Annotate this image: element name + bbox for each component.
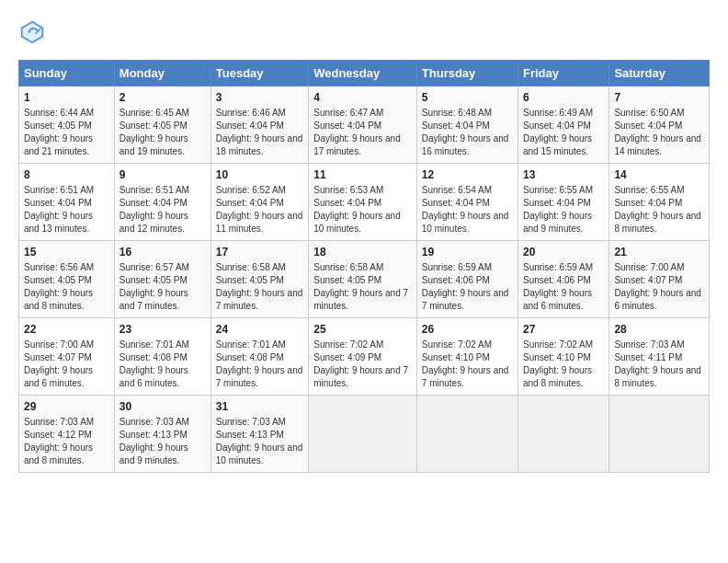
day-number: 5 (422, 91, 513, 104)
calendar-day-cell: 4 Sunrise: 6:47 AM Sunset: 4:04 PM Dayli… (309, 86, 417, 164)
day-number: 25 (313, 323, 412, 336)
calendar-day-cell: 3 Sunrise: 6:46 AM Sunset: 4:04 PM Dayli… (210, 86, 308, 164)
day-number: 13 (523, 168, 604, 181)
day-number: 18 (313, 246, 412, 259)
day-info: Sunrise: 6:51 AM Sunset: 4:04 PM Dayligh… (119, 184, 206, 236)
weekday-header: Monday (114, 61, 210, 86)
calendar-day-cell: 26 Sunrise: 7:02 AM Sunset: 4:10 PM Dayl… (416, 318, 518, 396)
day-number: 6 (523, 91, 604, 104)
day-info: Sunrise: 6:55 AM Sunset: 4:04 PM Dayligh… (523, 184, 604, 236)
day-info: Sunrise: 6:56 AM Sunset: 4:05 PM Dayligh… (24, 261, 109, 313)
calendar-day-cell: 15 Sunrise: 6:56 AM Sunset: 4:05 PM Dayl… (19, 241, 115, 318)
calendar-day-cell: 6 Sunrise: 6:49 AM Sunset: 4:04 PM Dayli… (518, 86, 609, 164)
calendar-week-row: 15 Sunrise: 6:56 AM Sunset: 4:05 PM Dayl… (19, 241, 710, 318)
calendar-day-cell (309, 396, 417, 473)
day-info: Sunrise: 6:55 AM Sunset: 4:04 PM Dayligh… (614, 184, 704, 236)
day-number: 28 (614, 323, 704, 336)
day-info: Sunrise: 6:50 AM Sunset: 4:04 PM Dayligh… (614, 107, 704, 158)
weekday-header: Tuesday (210, 61, 308, 86)
day-number: 30 (119, 400, 206, 413)
calendar-day-cell: 23 Sunrise: 7:01 AM Sunset: 4:08 PM Dayl… (114, 318, 210, 396)
calendar-day-cell: 13 Sunrise: 6:55 AM Sunset: 4:04 PM Dayl… (518, 164, 609, 241)
day-info: Sunrise: 7:00 AM Sunset: 4:07 PM Dayligh… (24, 339, 109, 390)
day-number: 31 (216, 400, 303, 413)
day-number: 9 (119, 168, 206, 181)
calendar-week-row: 22 Sunrise: 7:00 AM Sunset: 4:07 PM Dayl… (19, 318, 710, 396)
calendar-day-cell: 29 Sunrise: 7:03 AM Sunset: 4:12 PM Dayl… (19, 396, 115, 473)
day-number: 16 (119, 246, 206, 259)
calendar-day-cell: 1 Sunrise: 6:44 AM Sunset: 4:05 PM Dayli… (19, 86, 115, 164)
day-number: 8 (24, 168, 109, 181)
weekday-header: Friday (518, 61, 609, 86)
calendar-day-cell: 21 Sunrise: 7:00 AM Sunset: 4:07 PM Dayl… (609, 241, 710, 318)
calendar-table: SundayMondayTuesdayWednesdayThursdayFrid… (18, 60, 710, 473)
calendar-week-row: 8 Sunrise: 6:51 AM Sunset: 4:04 PM Dayli… (19, 164, 710, 241)
calendar-day-cell: 22 Sunrise: 7:00 AM Sunset: 4:07 PM Dayl… (19, 318, 115, 396)
day-number: 2 (119, 91, 206, 104)
calendar-day-cell (609, 396, 710, 473)
calendar-day-cell (518, 396, 609, 473)
day-info: Sunrise: 7:02 AM Sunset: 4:10 PM Dayligh… (523, 339, 604, 390)
weekday-header: Saturday (609, 61, 710, 86)
day-number: 24 (216, 323, 303, 336)
calendar-day-cell: 14 Sunrise: 6:55 AM Sunset: 4:04 PM Dayl… (609, 164, 710, 241)
day-info: Sunrise: 6:49 AM Sunset: 4:04 PM Dayligh… (523, 107, 604, 158)
day-number: 4 (313, 91, 412, 104)
logo (18, 18, 51, 46)
day-info: Sunrise: 6:47 AM Sunset: 4:04 PM Dayligh… (313, 107, 412, 158)
calendar-day-cell: 28 Sunrise: 7:03 AM Sunset: 4:11 PM Dayl… (609, 318, 710, 396)
logo-icon (18, 18, 46, 46)
day-info: Sunrise: 6:44 AM Sunset: 4:05 PM Dayligh… (24, 107, 109, 158)
day-info: Sunrise: 6:59 AM Sunset: 4:06 PM Dayligh… (422, 261, 513, 313)
day-info: Sunrise: 7:01 AM Sunset: 4:08 PM Dayligh… (216, 339, 303, 390)
day-info: Sunrise: 6:59 AM Sunset: 4:06 PM Dayligh… (523, 261, 604, 313)
calendar-day-cell: 9 Sunrise: 6:51 AM Sunset: 4:04 PM Dayli… (114, 164, 210, 241)
calendar-day-cell: 25 Sunrise: 7:02 AM Sunset: 4:09 PM Dayl… (309, 318, 417, 396)
calendar-day-cell: 18 Sunrise: 6:58 AM Sunset: 4:05 PM Dayl… (309, 241, 417, 318)
day-number: 3 (216, 91, 303, 104)
day-info: Sunrise: 7:01 AM Sunset: 4:08 PM Dayligh… (119, 339, 206, 390)
weekday-header: Sunday (19, 61, 115, 86)
day-number: 29 (24, 400, 109, 413)
day-number: 23 (119, 323, 206, 336)
day-info: Sunrise: 6:48 AM Sunset: 4:04 PM Dayligh… (422, 107, 513, 158)
day-info: Sunrise: 6:52 AM Sunset: 4:04 PM Dayligh… (216, 184, 303, 236)
weekday-header: Wednesday (309, 61, 417, 86)
day-number: 20 (523, 246, 604, 259)
weekday-header: Thursday (416, 61, 518, 86)
calendar-day-cell: 10 Sunrise: 6:52 AM Sunset: 4:04 PM Dayl… (210, 164, 308, 241)
day-number: 14 (614, 168, 704, 181)
day-info: Sunrise: 6:51 AM Sunset: 4:04 PM Dayligh… (24, 184, 109, 236)
day-number: 19 (422, 246, 513, 259)
day-number: 1 (24, 91, 109, 104)
day-info: Sunrise: 7:03 AM Sunset: 4:12 PM Dayligh… (24, 416, 109, 467)
day-number: 27 (523, 323, 604, 336)
day-number: 15 (24, 246, 109, 259)
calendar-day-cell (416, 396, 518, 473)
calendar-day-cell: 30 Sunrise: 7:03 AM Sunset: 4:13 PM Dayl… (114, 396, 210, 473)
day-info: Sunrise: 6:57 AM Sunset: 4:05 PM Dayligh… (119, 261, 206, 313)
day-info: Sunrise: 7:02 AM Sunset: 4:09 PM Dayligh… (313, 339, 412, 390)
calendar-day-cell: 31 Sunrise: 7:03 AM Sunset: 4:13 PM Dayl… (210, 396, 308, 473)
calendar-day-cell: 20 Sunrise: 6:59 AM Sunset: 4:06 PM Dayl… (518, 241, 609, 318)
day-info: Sunrise: 6:58 AM Sunset: 4:05 PM Dayligh… (216, 261, 303, 313)
calendar-week-row: 29 Sunrise: 7:03 AM Sunset: 4:12 PM Dayl… (19, 396, 710, 473)
day-info: Sunrise: 7:03 AM Sunset: 4:11 PM Dayligh… (614, 339, 704, 390)
page-header (18, 18, 710, 46)
calendar-day-cell: 27 Sunrise: 7:02 AM Sunset: 4:10 PM Dayl… (518, 318, 609, 396)
day-info: Sunrise: 6:58 AM Sunset: 4:05 PM Dayligh… (313, 261, 412, 313)
calendar-day-cell: 5 Sunrise: 6:48 AM Sunset: 4:04 PM Dayli… (416, 86, 518, 164)
day-info: Sunrise: 7:02 AM Sunset: 4:10 PM Dayligh… (422, 339, 513, 390)
calendar-day-cell: 17 Sunrise: 6:58 AM Sunset: 4:05 PM Dayl… (210, 241, 308, 318)
svg-marker-0 (20, 20, 45, 45)
calendar-day-cell: 19 Sunrise: 6:59 AM Sunset: 4:06 PM Dayl… (416, 241, 518, 318)
calendar-week-row: 1 Sunrise: 6:44 AM Sunset: 4:05 PM Dayli… (19, 86, 710, 164)
day-number: 12 (422, 168, 513, 181)
day-number: 22 (24, 323, 109, 336)
day-info: Sunrise: 7:03 AM Sunset: 4:13 PM Dayligh… (216, 416, 303, 467)
day-info: Sunrise: 6:46 AM Sunset: 4:04 PM Dayligh… (216, 107, 303, 158)
day-number: 10 (216, 168, 303, 181)
calendar-day-cell: 2 Sunrise: 6:45 AM Sunset: 4:05 PM Dayli… (114, 86, 210, 164)
calendar-day-cell: 12 Sunrise: 6:54 AM Sunset: 4:04 PM Dayl… (416, 164, 518, 241)
day-info: Sunrise: 6:45 AM Sunset: 4:05 PM Dayligh… (119, 107, 206, 158)
